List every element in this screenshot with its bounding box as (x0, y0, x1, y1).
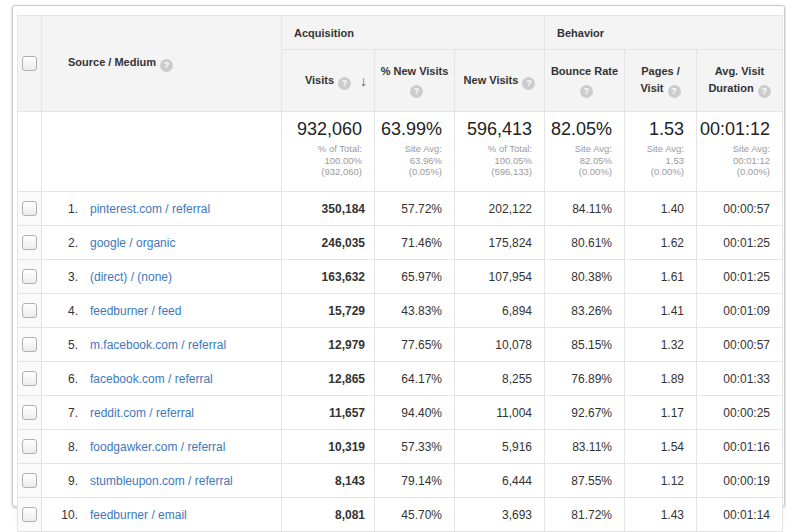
column-header-visits[interactable]: Visits? ↓ (282, 50, 375, 112)
avg-duration-value: 00:00:19 (697, 464, 783, 498)
summary-avg-duration: 00:01:12 Site Avg:00:01:12(0.00%) (697, 112, 783, 192)
new-visits-value: 6,894 (455, 294, 545, 328)
column-header-pct-new-visits[interactable]: % New Visits? (375, 50, 455, 112)
summary-new-visits-value: 596,413 (457, 119, 532, 140)
source-medium-cell: 3.(direct) / (none) (42, 260, 282, 294)
group-header-row: Source / Medium? Acquisition Behavior (18, 16, 783, 50)
row-checkbox[interactable] (22, 439, 37, 454)
select-all-checkbox[interactable] (22, 56, 37, 71)
help-icon[interactable]: ? (580, 85, 593, 98)
pct-new-visits-label: % New Visits (381, 65, 449, 77)
row-checkbox[interactable] (22, 235, 37, 250)
row-rank: 10. (54, 508, 78, 522)
help-icon[interactable]: ? (522, 77, 535, 90)
source-medium-link[interactable]: reddit.com / referral (90, 406, 194, 420)
visits-value: 11,657 (282, 396, 375, 430)
summary-bounce-rate-subtext: Site Avg:82.05%(0.00%) (547, 143, 612, 178)
row-checkbox-cell (18, 192, 42, 226)
source-medium-cell: 6.facebook.com / referral (42, 362, 282, 396)
avg-duration-value: 00:00:25 (697, 396, 783, 430)
group-header-behavior: Behavior (545, 16, 783, 50)
bounce-rate-value: 76.89% (545, 362, 625, 396)
visits-value: 350,184 (282, 192, 375, 226)
summary-row: 932,060 % of Total:100.00%(932,060) 63.9… (18, 112, 783, 192)
source-medium-link[interactable]: (direct) / (none) (90, 270, 172, 284)
row-checkbox[interactable] (22, 201, 37, 216)
source-medium-link[interactable]: stumbleupon.com / referral (90, 474, 233, 488)
bounce-rate-value: 80.38% (545, 260, 625, 294)
summary-pct-new-visits-value: 63.99% (377, 119, 442, 140)
avg-duration-value: 00:01:33 (697, 362, 783, 396)
avg-duration-value: 00:00:57 (697, 328, 783, 362)
summary-pages-visit-subtext: Site Avg:1.53(0.00%) (627, 143, 684, 178)
pages-visit-value: 1.54 (625, 430, 697, 464)
summary-avg-duration-value: 00:01:12 (699, 119, 770, 140)
source-medium-cell: 5.m.facebook.com / referral (42, 328, 282, 362)
column-header-source-medium[interactable]: Source / Medium? (42, 16, 282, 112)
pages-visit-value: 1.89 (625, 362, 697, 396)
table-row: 5.m.facebook.com / referral12,97977.65%1… (18, 328, 783, 362)
pct-new-visits-value: 65.97% (375, 260, 455, 294)
source-medium-link[interactable]: feedburner / feed (90, 304, 181, 318)
source-medium-cell: 10.feedburner / email (42, 498, 282, 532)
row-checkbox[interactable] (22, 405, 37, 420)
bounce-rate-value: 80.61% (545, 226, 625, 260)
table-row: 6.facebook.com / referral12,86564.17%8,2… (18, 362, 783, 396)
table-row: 4.feedburner / feed15,72943.83%6,89483.2… (18, 294, 783, 328)
row-checkbox[interactable] (22, 269, 37, 284)
help-icon[interactable]: ? (160, 59, 173, 72)
row-checkbox-cell (18, 294, 42, 328)
pct-new-visits-value: 45.70% (375, 498, 455, 532)
avg-duration-value: 00:01:25 (697, 260, 783, 294)
source-medium-cell: 7.reddit.com / referral (42, 396, 282, 430)
help-icon[interactable]: ? (338, 77, 351, 90)
row-checkbox-cell (18, 362, 42, 396)
row-rank: 4. (54, 304, 78, 318)
row-checkbox[interactable] (22, 371, 37, 386)
table-row: 10.feedburner / email8,08145.70%3,69381.… (18, 498, 783, 532)
table-body: 932,060 % of Total:100.00%(932,060) 63.9… (18, 112, 783, 532)
new-visits-value: 175,824 (455, 226, 545, 260)
summary-visits-value: 932,060 (284, 119, 362, 140)
pct-new-visits-value: 43.83% (375, 294, 455, 328)
avg-duration-value: 00:01:25 (697, 226, 783, 260)
pct-new-visits-value: 77.65% (375, 328, 455, 362)
pct-new-visits-value: 94.40% (375, 396, 455, 430)
column-header-bounce-rate[interactable]: Bounce Rate? (545, 50, 625, 112)
pct-new-visits-value: 64.17% (375, 362, 455, 396)
source-medium-cell: 4.feedburner / feed (42, 294, 282, 328)
source-medium-link[interactable]: pinterest.com / referral (90, 202, 210, 216)
column-header-new-visits[interactable]: New Visits? (455, 50, 545, 112)
source-medium-link[interactable]: m.facebook.com / referral (90, 338, 226, 352)
bounce-rate-value: 83.11% (545, 430, 625, 464)
help-icon[interactable]: ? (668, 85, 681, 98)
sort-descending-icon[interactable]: ↓ (360, 72, 367, 89)
source-medium-link[interactable]: facebook.com / referral (90, 372, 213, 386)
visits-value: 12,865 (282, 362, 375, 396)
row-checkbox-cell (18, 396, 42, 430)
row-checkbox[interactable] (22, 473, 37, 488)
summary-visits-subtext: % of Total:100.00%(932,060) (284, 143, 362, 178)
source-medium-link[interactable]: google / organic (90, 236, 175, 250)
table-row: 9.stumbleupon.com / referral8,14379.14%6… (18, 464, 783, 498)
bounce-rate-value: 84.11% (545, 192, 625, 226)
new-visits-value: 107,954 (455, 260, 545, 294)
help-icon[interactable]: ? (410, 85, 423, 98)
source-medium-link[interactable]: foodgawker.com / referral (90, 440, 225, 454)
column-header-avg-duration[interactable]: Avg. Visit Duration? (697, 50, 783, 112)
pct-new-visits-value: 71.46% (375, 226, 455, 260)
summary-source-cell (42, 112, 282, 192)
source-medium-cell: 9.stumbleupon.com / referral (42, 464, 282, 498)
summary-bounce-rate: 82.05% Site Avg:82.05%(0.00%) (545, 112, 625, 192)
bounce-rate-value: 85.15% (545, 328, 625, 362)
row-checkbox[interactable] (22, 303, 37, 318)
column-header-pages-visit[interactable]: Pages / Visit? (625, 50, 697, 112)
row-checkbox[interactable] (22, 337, 37, 352)
source-medium-cell: 2.google / organic (42, 226, 282, 260)
pct-new-visits-value: 57.72% (375, 192, 455, 226)
source-medium-link[interactable]: feedburner / email (90, 508, 187, 522)
row-checkbox[interactable] (22, 507, 37, 522)
table-row: 1.pinterest.com / referral350,18457.72%2… (18, 192, 783, 226)
help-icon[interactable]: ? (758, 85, 771, 98)
pages-visit-value: 1.17 (625, 396, 697, 430)
